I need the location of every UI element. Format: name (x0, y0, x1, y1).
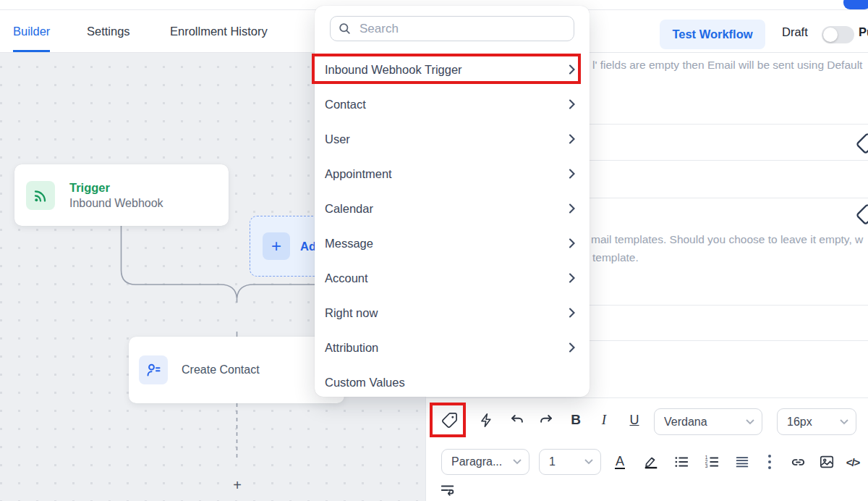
menu-item-label: Appointment (325, 167, 392, 181)
menu-item-right-now[interactable]: Right now (315, 295, 590, 330)
redo-icon (538, 412, 554, 428)
chevron-down-icon (746, 419, 754, 425)
chevron-right-icon (567, 238, 577, 248)
menu-item-label: Attribution (325, 341, 378, 355)
tab-builder[interactable]: Builder (13, 11, 50, 52)
text-wrap-button[interactable] (435, 477, 461, 501)
underline-button[interactable]: U (621, 407, 647, 433)
chevron-right-icon (567, 99, 577, 109)
image-icon (819, 454, 835, 470)
highlighter-icon (643, 454, 659, 470)
create-contact-icon (145, 361, 162, 379)
menu-item-label: Right now (325, 306, 378, 320)
tab-settings[interactable]: Settings (87, 11, 130, 52)
insert-link-button[interactable] (785, 449, 811, 475)
chevron-right-icon (567, 64, 577, 75)
chevron-right-icon (567, 273, 577, 283)
text-color-button[interactable]: A (607, 449, 633, 475)
chevron-down-icon (840, 419, 848, 425)
chevron-right-icon (567, 342, 577, 353)
publish-toggle[interactable] (822, 26, 854, 43)
ordered-list-button[interactable]: 123 (699, 449, 725, 475)
code-view-button[interactable]: </> (840, 449, 866, 475)
menu-item-label: Calendar (325, 202, 373, 216)
align-justify-icon (734, 454, 750, 470)
link-icon (790, 454, 807, 471)
undo-icon (509, 412, 525, 428)
menu-item-label: Custom Values (325, 376, 405, 390)
action-picker-menu: Inbound Webhook Trigger Contact User App… (315, 6, 590, 397)
trigger-node-card[interactable]: Trigger Inbound Webhook (14, 164, 229, 226)
chevron-right-icon (567, 308, 577, 318)
draft-label: Draft (782, 25, 808, 39)
svg-text:3: 3 (705, 463, 708, 468)
toggle-knob (823, 28, 838, 42)
menu-search-box (330, 16, 574, 41)
chevron-right-icon (567, 169, 577, 179)
add-step-plus-button[interactable]: + (229, 476, 245, 494)
search-input[interactable] (358, 21, 566, 37)
menu-item-label: Inbound Webhook Trigger (325, 63, 462, 77)
ordered-list-icon: 123 (704, 454, 720, 470)
menu-item-label: User (325, 132, 350, 146)
publish-label: Pu (859, 25, 868, 39)
helper-text-top: l' fields are empty then Email will be s… (592, 59, 862, 72)
custom-values-tag-icon[interactable] (856, 203, 868, 225)
line-height-value: 1 (549, 455, 556, 468)
paragraph-style-dropdown[interactable]: Paragra... (441, 449, 529, 475)
redo-button[interactable] (533, 407, 559, 433)
toolbar-divider (426, 397, 868, 398)
insert-image-button[interactable] (814, 449, 840, 475)
insert-tag-button[interactable] (436, 407, 462, 433)
test-workflow-button[interactable]: Test Workflow (660, 20, 765, 49)
bold-button[interactable]: B (563, 407, 589, 433)
bullet-list-button[interactable] (668, 449, 694, 475)
line-height-dropdown[interactable]: 1 (539, 449, 601, 475)
helper-text-line1: mail templates. Should you choose to lea… (591, 233, 863, 246)
bullet-list-icon (673, 454, 689, 470)
font-family-value: Verdana (664, 416, 707, 429)
menu-item-appointment[interactable]: Appointment (315, 156, 590, 191)
chevron-down-icon (513, 459, 522, 465)
workflow-builder-screen: Builder Settings Enrollment History Test… (0, 0, 868, 501)
text-color-icon: A (615, 455, 625, 470)
create-contact-label: Create Contact (182, 363, 260, 376)
custom-values-tag-icon[interactable] (856, 132, 868, 154)
menu-item-message[interactable]: Message (315, 226, 590, 261)
menu-item-inbound-webhook-trigger[interactable]: Inbound Webhook Trigger (315, 52, 590, 87)
italic-button[interactable]: I (591, 407, 617, 433)
font-size-dropdown[interactable]: 16px (777, 408, 856, 435)
highlight-color-button[interactable] (638, 449, 664, 475)
create-contact-icon-tile (139, 355, 168, 384)
font-size-value: 16px (787, 416, 812, 429)
create-contact-node-card[interactable]: Create Contact (129, 337, 344, 403)
helper-text-line2: template. (592, 251, 639, 264)
chevron-down-icon (584, 459, 593, 465)
trigger-link-button[interactable] (473, 407, 499, 433)
top-blue-button-fragment[interactable] (843, 0, 868, 9)
font-family-dropdown[interactable]: Verdana (654, 408, 762, 435)
menu-item-contact[interactable]: Contact (315, 87, 590, 122)
inbound-webhook-icon (32, 187, 49, 204)
more-options-button[interactable] (757, 449, 783, 475)
menu-item-user[interactable]: User (315, 122, 590, 156)
wrap-text-icon (440, 482, 456, 498)
chevron-right-icon (567, 134, 577, 144)
menu-item-attribution[interactable]: Attribution (315, 330, 590, 365)
lightning-icon (479, 413, 494, 428)
menu-item-label: Contact (325, 98, 366, 111)
tab-enrollment-history[interactable]: Enrollment History (170, 11, 268, 52)
plus-icon: + (263, 232, 290, 260)
menu-item-account[interactable]: Account (315, 261, 590, 295)
undo-button[interactable] (504, 407, 530, 433)
align-button[interactable] (729, 449, 755, 475)
trigger-icon-tile (26, 181, 55, 210)
menu-item-label: Account (325, 271, 368, 285)
kebab-menu-icon (767, 453, 772, 471)
menu-item-custom-values[interactable]: Custom Values (315, 365, 590, 397)
paragraph-style-value: Paragra... (451, 455, 502, 468)
tag-icon (441, 412, 458, 429)
menu-item-calendar[interactable]: Calendar (315, 191, 590, 226)
search-icon (338, 22, 352, 35)
trigger-card-title: Trigger (69, 180, 163, 195)
